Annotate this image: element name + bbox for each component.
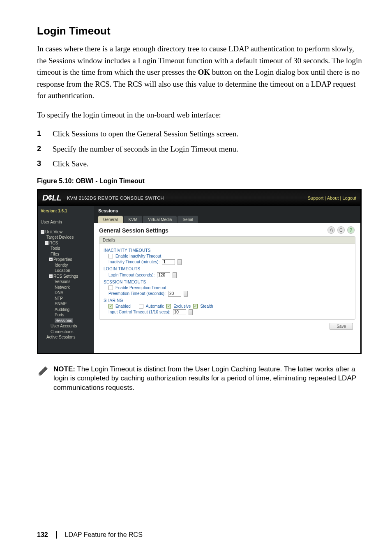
step-3-pre: Click [53, 159, 71, 168]
sharing-automatic-label: Automatic [146, 304, 164, 309]
step-2-num: 2 [37, 143, 41, 154]
sidebar-item-connections[interactable]: Connections [41, 329, 92, 335]
sharing-exclusive-label: Exclusive [173, 304, 191, 309]
inactivity-timeout-row: Inactivity Timeout (minutes): [108, 259, 351, 265]
tab-general[interactable]: General [98, 216, 123, 223]
note-body: The Login Timeout is distinct from the U… [53, 365, 356, 392]
paragraph-1: In cases where there is a large enough d… [37, 43, 363, 102]
help-icon[interactable]: ? [347, 226, 355, 234]
sidebar-label-active-sessions: Active Sessions [46, 335, 76, 339]
window-title: KVM 2162DS REMOTE CONSOLE SWITCH [67, 196, 164, 200]
inactivity-timeout-input[interactable] [162, 259, 175, 265]
sidebar-item-files[interactable]: Files [41, 251, 92, 257]
sidebar-label-sessions: Sessions [55, 318, 73, 323]
main-panel: Sessions General KVM Virtual Media Seria… [94, 206, 360, 353]
paragraph-2: To specify the login timeout in the on-b… [37, 109, 363, 121]
sidebar-item-identity[interactable]: Identity [41, 263, 92, 268]
figure-caption: Figure 5.10: OBWI - Login Timeout [37, 177, 363, 185]
collapse-icon[interactable]: − [41, 230, 44, 234]
note-text: NOTE: The Login Timeout is distinct from… [53, 365, 363, 393]
sidebar-label-properties: Properties [53, 257, 72, 262]
footer-separator [56, 531, 57, 539]
tab-serial[interactable]: Serial [178, 216, 198, 223]
note-block: NOTE: The Login Timeout is distinct from… [37, 365, 363, 393]
sidebar-item-rcs[interactable]: −RCS [41, 240, 92, 246]
sharing-enabled-checkbox[interactable]: ✓ [108, 304, 113, 309]
sidebar-item-versions[interactable]: Versions [41, 279, 92, 285]
sharing-options-row: ✓ Enabled ✓ Automatic ✓ Exclusive ✓ Stea… [108, 304, 351, 309]
tab-virtual-media[interactable]: Virtual Media [143, 216, 177, 223]
top-links[interactable]: Support | About | Logout [308, 196, 356, 200]
sidebar-label-target-devices: Target Devices [46, 235, 74, 240]
inactivity-group-title: INACTIVITY TIMEOUTS [104, 248, 351, 253]
preempt-timeout-input[interactable] [168, 291, 181, 297]
sidebar-user: User Admin [41, 219, 92, 225]
details-panel: Details INACTIVITY TIMEOUTS ✓ Enable Ina… [99, 236, 355, 320]
sharing-automatic-checkbox[interactable]: ✓ [139, 304, 143, 309]
inactivity-spinner[interactable] [178, 259, 182, 265]
sidebar-item-ntp[interactable]: NTP [41, 296, 92, 302]
sidebar-label-dns: DNS [55, 290, 63, 295]
obwi-screenshot: D¢LL KVM 2162DS REMOTE CONSOLE SWITCH Su… [37, 189, 362, 354]
step-1: 1 Click Sessions to open the General Ses… [37, 128, 363, 140]
collapse-icon[interactable]: − [49, 258, 53, 261]
sharing-group-title: SHARING [104, 298, 351, 303]
sharing-exclusive-checkbox[interactable]: ✓ [166, 304, 171, 309]
sidebar-label-rcs-settings: RCS Settings [53, 274, 78, 279]
sidebar-label-location: Location [55, 268, 70, 273]
step-3-post: . [87, 159, 89, 168]
step-2: 2 Specify the number of seconds in the L… [37, 143, 363, 155]
steps-list: 1 Click Sessions to open the General Ses… [37, 128, 363, 170]
enable-inactivity-checkbox[interactable]: ✓ [108, 254, 113, 258]
collapse-icon[interactable]: − [45, 241, 48, 245]
sidebar-label-unit-view: Unit View [45, 230, 62, 234]
content-area: General Session Settings ⎙ C ? Details I… [94, 223, 360, 353]
sharing-enabled-label: Enabled [115, 304, 131, 309]
sidebar-item-active-sessions[interactable]: Active Sessions [41, 334, 92, 340]
sidebar-item-target-devices[interactable]: Target Devices [41, 235, 92, 240]
refresh-icon[interactable]: C [337, 226, 345, 234]
sidebar-item-tools[interactable]: Tools [41, 246, 92, 251]
brand-logo: D¢LL [42, 193, 61, 203]
sharing-stealth-checkbox[interactable]: ✓ [193, 304, 198, 309]
sidebar-item-unit-view[interactable]: −Unit View [41, 229, 92, 235]
sidebar-item-properties[interactable]: −Properties [41, 257, 92, 263]
tab-kvm[interactable]: KVM [124, 216, 143, 223]
sidebar-item-user-accounts[interactable]: User Accounts [41, 323, 92, 329]
sidebar-item-sessions[interactable]: Sessions [41, 318, 92, 324]
sidebar-label-ntp: NTP [55, 296, 63, 301]
login-spinner[interactable] [173, 272, 177, 278]
step-3-num: 3 [37, 158, 41, 169]
enable-inactivity-row: ✓ Enable Inactivity Timeout [108, 254, 351, 258]
step-1-pre: Click [53, 129, 71, 138]
preempt-timeout-row: Preemption Timeout (seconds): [108, 291, 351, 297]
sidebar-label-files: Files [51, 252, 59, 256]
sidebar-label-identity: Identity [55, 263, 68, 267]
toolbar-icons: ⎙ C ? [327, 226, 355, 234]
step-1-bold: Sessions [71, 129, 98, 138]
sidebar-item-rcs-settings[interactable]: −RCS Settings [41, 274, 92, 279]
sidebar-label-ports: Ports [55, 313, 64, 317]
sidebar-item-network[interactable]: Network [41, 285, 92, 290]
sidebar-item-location[interactable]: Location [41, 268, 92, 274]
print-icon[interactable]: ⎙ [327, 226, 335, 234]
sidebar-label-connections: Connections [51, 329, 74, 334]
sidebar-item-snmp[interactable]: SNMP [41, 301, 92, 307]
sidebar-item-dns[interactable]: DNS [41, 290, 92, 296]
input-control-input[interactable] [173, 309, 186, 315]
input-control-spinner[interactable] [189, 309, 193, 315]
sidebar-item-ports[interactable]: Ports [41, 312, 92, 318]
tab-bar: General KVM Virtual Media Serial [98, 216, 356, 223]
collapse-icon[interactable]: − [49, 274, 53, 278]
page-number: 132 [37, 531, 48, 539]
sidebar-label-network: Network [55, 285, 70, 290]
sidebar-label-auditing: Auditing [55, 307, 69, 312]
login-group-title: LOGIN TIMEOUTS [104, 267, 351, 271]
tabs-title: Sessions [98, 208, 356, 213]
login-timeout-input[interactable] [157, 272, 170, 278]
sidebar-item-auditing[interactable]: Auditing [41, 307, 92, 313]
sidebar: Version: 1.6.1 User Admin −Unit View Tar… [38, 206, 94, 353]
preempt-spinner[interactable] [184, 291, 188, 297]
enable-preempt-checkbox[interactable]: ✓ [108, 286, 113, 290]
save-button[interactable]: Save [330, 323, 353, 330]
